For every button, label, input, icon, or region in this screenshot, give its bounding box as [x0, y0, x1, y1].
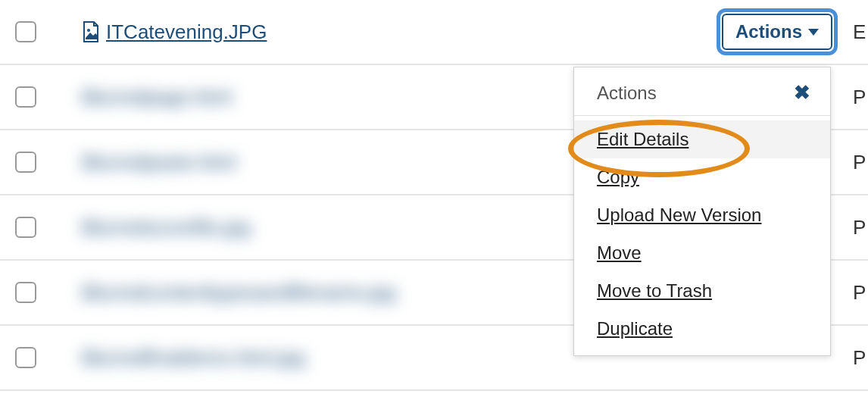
image-file-icon	[82, 21, 100, 42]
checkbox-row-4[interactable]	[15, 217, 36, 238]
status-cell: P	[853, 86, 868, 109]
file-cell: Blurredcontenttypesandfilename.jpg	[82, 281, 396, 305]
status-cell: P	[853, 216, 868, 239]
file-row-1: ITCatevening.JPG Actions E	[0, 0, 868, 65]
close-icon[interactable]: ✖	[794, 81, 810, 105]
blurred-filename: Blurredpage.html	[82, 86, 232, 109]
actions-button-highlight: Actions	[717, 8, 838, 55]
actions-button[interactable]: Actions	[722, 14, 832, 50]
actions-button-label: Actions	[735, 21, 802, 42]
dropdown-item-move-to-trash[interactable]: Move to Trash	[574, 272, 830, 310]
checkbox-row-3[interactable]	[15, 152, 36, 173]
status-cell: P	[853, 346, 868, 370]
caret-down-icon	[808, 29, 819, 36]
file-cell: Blurredpage.html	[82, 86, 232, 109]
dropdown-item-edit-details[interactable]: Edit Details	[574, 120, 830, 158]
file-cell: Blurredpaste.html	[82, 151, 236, 174]
file-cell: Blurredscorefile.jpg	[82, 216, 251, 239]
dropdown-item-duplicate[interactable]: Duplicate	[574, 310, 830, 348]
svg-point-0	[87, 29, 90, 32]
dropdown-item-move[interactable]: Move	[574, 234, 830, 272]
status-cell: E	[853, 20, 868, 44]
file-cell: ITCatevening.JPG	[82, 20, 267, 44]
status-cell: P	[853, 281, 868, 305]
file-cell: Blurredfinaldemo.html.jpg	[82, 346, 305, 370]
file-link[interactable]: ITCatevening.JPG	[106, 20, 267, 44]
status-cell: P	[853, 151, 868, 174]
checkbox-row-5[interactable]	[15, 282, 36, 303]
checkbox-row-1[interactable]	[15, 21, 36, 42]
checkbox-row-2[interactable]	[15, 86, 36, 108]
blurred-filename: Blurredscorefile.jpg	[82, 216, 251, 239]
blurred-filename: Blurredfinaldemo.html.jpg	[82, 346, 305, 370]
checkbox-row-6[interactable]	[15, 347, 36, 368]
dropdown-item-upload-new-version[interactable]: Upload New Version	[574, 196, 830, 234]
blurred-filename: Blurredcontenttypesandfilename.jpg	[82, 281, 396, 305]
dropdown-header-label: Actions	[597, 83, 657, 104]
dropdown-header: Actions ✖	[574, 67, 830, 116]
actions-dropdown: Actions ✖ Edit Details Copy Upload New V…	[573, 67, 831, 356]
blurred-filename: Blurredpaste.html	[82, 151, 236, 174]
dropdown-items: Edit Details Copy Upload New Version Mov…	[574, 116, 830, 355]
dropdown-item-copy[interactable]: Copy	[574, 158, 830, 196]
